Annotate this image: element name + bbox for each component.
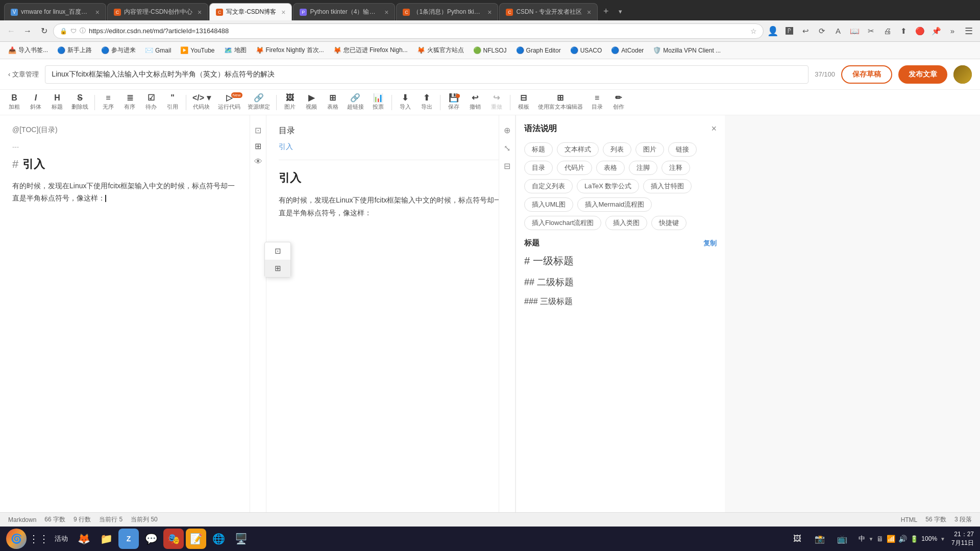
toc-button[interactable]: ≡ 目录 <box>587 91 607 114</box>
tag-comment[interactable]: 注释 <box>662 161 690 175</box>
task-button[interactable]: ☑ 待办 <box>141 91 161 114</box>
back-btn2[interactable]: ↩ <box>798 24 813 38</box>
italic-button[interactable]: I 斜体 <box>26 91 46 114</box>
print-button[interactable]: 🖨 <box>880 24 894 38</box>
battery-icon[interactable]: 🔋 <box>910 535 918 543</box>
table-button[interactable]: ⊞ 表格 <box>323 91 343 114</box>
tag-gantt[interactable]: 插入甘特图 <box>643 179 692 193</box>
reader-button[interactable]: 📖 <box>847 24 862 38</box>
translate-icon[interactable]: A <box>831 24 845 38</box>
save-button[interactable]: 💾 保存 <box>444 91 464 114</box>
import-button[interactable]: ⬇ 导入 <box>395 91 415 114</box>
bookmark-mozilla[interactable]: 🦊 火狐官方站点 <box>413 44 468 57</box>
redo-button[interactable]: ↪ 重做 <box>486 91 507 114</box>
rich-editor-button[interactable]: ⊞ 使用富文本编辑器 <box>535 91 586 114</box>
network-icon[interactable]: 📶 <box>887 535 895 543</box>
zorin-menu-icon[interactable]: 🌀 <box>6 529 27 549</box>
extra-app2[interactable]: 📸 <box>810 529 830 549</box>
split-view-icon[interactable]: ⊞ <box>255 141 261 151</box>
extra-app1[interactable]: 🖼 <box>787 529 807 549</box>
unordered-button[interactable]: ≡ 无序 <box>98 91 118 114</box>
bookmark-vpn[interactable]: 🛡️ Mozilla VPN Client ... <box>649 44 725 57</box>
audio-icon[interactable]: 🔊 <box>898 535 907 543</box>
markdown-editor[interactable]: @[TOC](目录) --- # 引入 有的时候，发现在Linux下使用fcit… <box>0 115 250 512</box>
tag-uml[interactable]: 插入UML图 <box>524 197 573 212</box>
profile-button[interactable]: 👤 <box>766 24 780 38</box>
bold-button[interactable]: B 加粗 <box>4 91 24 114</box>
run-code-button[interactable]: New ▷ 运行代码 <box>215 91 243 114</box>
bottom-icon[interactable]: ⊟ <box>504 161 510 171</box>
files-taskbar[interactable]: 📁 <box>96 529 116 549</box>
firefox-taskbar[interactable]: 🦊 <box>74 529 94 549</box>
heading-button[interactable]: H 标题 <box>47 91 67 114</box>
article-title-input[interactable] <box>45 65 808 84</box>
screen-icon[interactable]: 🖥 <box>876 535 884 543</box>
app4-taskbar[interactable]: 📝 <box>186 529 206 549</box>
tag-footnote[interactable]: 注脚 <box>629 161 657 175</box>
resource-bind-button[interactable]: 🔗 资源绑定 <box>244 91 273 114</box>
tag-custom-list[interactable]: 自定义列表 <box>524 179 573 193</box>
tab6-close[interactable]: × <box>587 8 591 16</box>
menu-button[interactable]: ☰ <box>962 24 976 38</box>
tag-heading[interactable]: 标题 <box>524 142 553 157</box>
tab2-close[interactable]: × <box>198 8 202 16</box>
preview-toc-item[interactable]: 引入 <box>279 142 503 152</box>
screenshot-button[interactable]: ✂ <box>864 24 878 38</box>
tag-toc[interactable]: 目录 <box>524 161 553 175</box>
crosshair-icon[interactable]: ⊕ <box>504 126 510 135</box>
bookmark-newbie[interactable]: 🔵 新手上路 <box>53 44 96 57</box>
vpn-icon[interactable]: 🔴 <box>913 24 927 38</box>
pocket-button[interactable]: 🅿 <box>782 24 796 38</box>
app3-taskbar[interactable]: 🎭 <box>163 529 184 549</box>
tag-list[interactable]: 列表 <box>603 142 631 157</box>
pin-icon[interactable]: 📌 <box>929 24 943 38</box>
image-button[interactable]: 🖼 图片 <box>280 91 300 114</box>
tab-6[interactable]: C CSDN - 专业开发者社区 × <box>499 3 598 20</box>
tag-flowchart[interactable]: 插入Flowchart流程图 <box>524 216 601 230</box>
tag-shortcuts[interactable]: 快捷键 <box>651 216 687 230</box>
bookmark-youtube[interactable]: ▶️ YouTube <box>176 44 218 57</box>
tab-overflow-button[interactable]: ▾ <box>614 4 626 18</box>
up-button[interactable]: ⬆ <box>896 24 911 38</box>
video-button[interactable]: ▶ 视频 <box>301 91 322 114</box>
tab1-close[interactable]: × <box>95 8 100 16</box>
bookmark-atcoder[interactable]: 🔵 AtCoder <box>607 44 648 57</box>
tag-link[interactable]: 链接 <box>668 142 697 157</box>
template-button[interactable]: ⊟ 模板 <box>513 91 534 114</box>
dropdown-item-1[interactable]: ⊡ <box>265 242 290 260</box>
bookmark-firefox2[interactable]: 🦊 您已迈进 Firefox Nigh... <box>329 44 412 57</box>
hyperlink-button[interactable]: 🔗 超链接 <box>344 91 367 114</box>
tab-1[interactable]: V vmware for linux_百度搜... × <box>4 3 106 20</box>
tag-latex[interactable]: LaTeX 数学公式 <box>577 179 639 193</box>
forward-button[interactable]: → <box>20 24 35 38</box>
tab5-close[interactable]: × <box>487 8 492 16</box>
publish-button[interactable]: 发布文章 <box>898 65 947 84</box>
activities-button[interactable]: 活动 <box>51 529 71 549</box>
bookmark-usaco[interactable]: 🔵 USACO <box>566 44 606 57</box>
undo-button[interactable]: ↩ 撤销 <box>465 91 485 114</box>
wechat-taskbar[interactable]: 💬 <box>141 529 161 549</box>
copy-button[interactable]: 复制 <box>703 239 717 248</box>
save-draft-button[interactable]: 保存草稿 <box>841 65 892 84</box>
ordered-button[interactable]: ≣ 有序 <box>119 91 140 114</box>
back-to-manage[interactable]: ‹ 文章管理 <box>8 70 39 79</box>
bookmark-firefox1[interactable]: 🦊 Firefox Nightly 首次... <box>252 44 328 57</box>
address-bar[interactable]: 🔒 🛡 ⓘ https://editor.csdn.net/md/?articl… <box>53 23 764 39</box>
bookmark-join[interactable]: 🔵 参与进来 <box>97 44 140 57</box>
eye-icon[interactable]: 👁 <box>254 157 262 166</box>
tab-4[interactable]: P Python tkinter（4）输入... × <box>293 3 395 20</box>
code-block-button[interactable]: </> ▾ 代码块 <box>189 91 214 114</box>
more-tools[interactable]: » <box>945 24 960 38</box>
back-button[interactable]: ← <box>4 24 18 38</box>
ime-lang-indicator[interactable]: 中 <box>859 534 865 543</box>
app2-taskbar[interactable]: Z <box>118 529 139 549</box>
user-avatar[interactable] <box>953 65 972 84</box>
tag-image[interactable]: 图片 <box>635 142 664 157</box>
bookmark-nflsoj[interactable]: 🟢 NFLSOJ <box>469 44 511 57</box>
tag-text-style[interactable]: 文本样式 <box>557 142 599 157</box>
app-grid-button[interactable]: ⋮⋮ <box>29 529 49 549</box>
tag-code[interactable]: 代码片 <box>557 161 592 175</box>
dropdown-item-2[interactable]: ⊞ <box>265 260 290 277</box>
sync-button[interactable]: ⟳ <box>815 24 829 38</box>
new-tab-button[interactable]: + <box>599 4 613 18</box>
